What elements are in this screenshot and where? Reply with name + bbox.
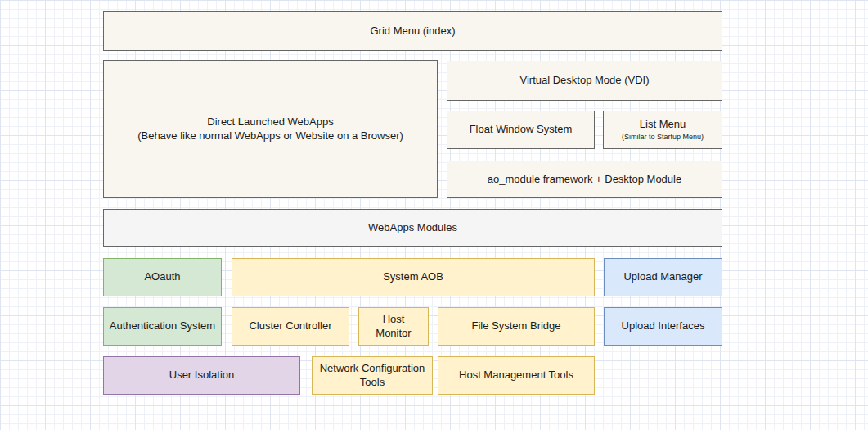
node-list-menu-subtitle: (Similar to Startup Menu) — [622, 133, 704, 142]
node-file-system-bridge: File System Bridge — [438, 307, 595, 346]
node-direct-launched-webapps-label: Direct Launched WebApps — [207, 115, 333, 129]
node-cluster-controller-label: Cluster Controller — [249, 319, 331, 333]
node-virtual-desktop-mode: Virtual Desktop Mode (VDI) — [447, 61, 722, 101]
node-network-configuration-tools-label: Network Configuration Tools — [317, 362, 427, 389]
node-authentication-system-label: Authentication System — [110, 319, 215, 333]
node-direct-launched-webapps: Direct Launched WebApps (Behave like nor… — [103, 60, 438, 198]
node-host-monitor-label: Host Monitor — [364, 313, 423, 340]
node-system-aob: System AOB — [232, 258, 595, 296]
diagram-canvas: Grid Menu (index) Direct Launched WebApp… — [0, 0, 868, 430]
node-user-isolation-label: User Isolation — [169, 369, 234, 382]
node-float-window-system-label: Float Window System — [470, 123, 573, 136]
node-upload-manager-label: Upload Manager — [623, 270, 702, 283]
node-direct-launched-webapps-subtitle: (Behave like normal WebApps or Website o… — [137, 129, 403, 143]
node-host-management-tools-label: Host Management Tools — [459, 369, 573, 382]
node-aoauth: AOauth — [103, 258, 222, 296]
node-host-management-tools: Host Management Tools — [438, 356, 595, 395]
node-float-window-system: Float Window System — [447, 111, 595, 149]
node-list-menu-label: List Menu — [640, 118, 686, 131]
node-authentication-system: Authentication System — [103, 307, 222, 346]
node-host-monitor: Host Monitor — [358, 307, 429, 346]
node-grid-menu: Grid Menu (index) — [103, 11, 722, 51]
node-cluster-controller: Cluster Controller — [232, 307, 349, 346]
node-upload-interfaces-label: Upload Interfaces — [622, 319, 705, 333]
node-file-system-bridge-label: File System Bridge — [471, 319, 560, 333]
node-grid-menu-label: Grid Menu (index) — [370, 25, 455, 38]
node-upload-manager: Upload Manager — [604, 258, 722, 296]
node-ao-module-framework: ao_module framework + Desktop Module — [447, 161, 722, 198]
node-system-aob-label: System AOB — [383, 270, 443, 283]
node-virtual-desktop-mode-label: Virtual Desktop Mode (VDI) — [520, 74, 650, 87]
node-network-configuration-tools: Network Configuration Tools — [312, 356, 433, 395]
node-ao-module-framework-label: ao_module framework + Desktop Module — [488, 173, 681, 186]
node-list-menu: List Menu (Similar to Startup Menu) — [603, 111, 722, 149]
node-user-isolation: User Isolation — [103, 356, 300, 395]
node-aoauth-label: AOauth — [144, 270, 180, 283]
node-upload-interfaces: Upload Interfaces — [604, 307, 722, 346]
node-webapps-modules: WebApps Modules — [103, 209, 722, 247]
node-webapps-modules-label: WebApps Modules — [368, 221, 457, 234]
